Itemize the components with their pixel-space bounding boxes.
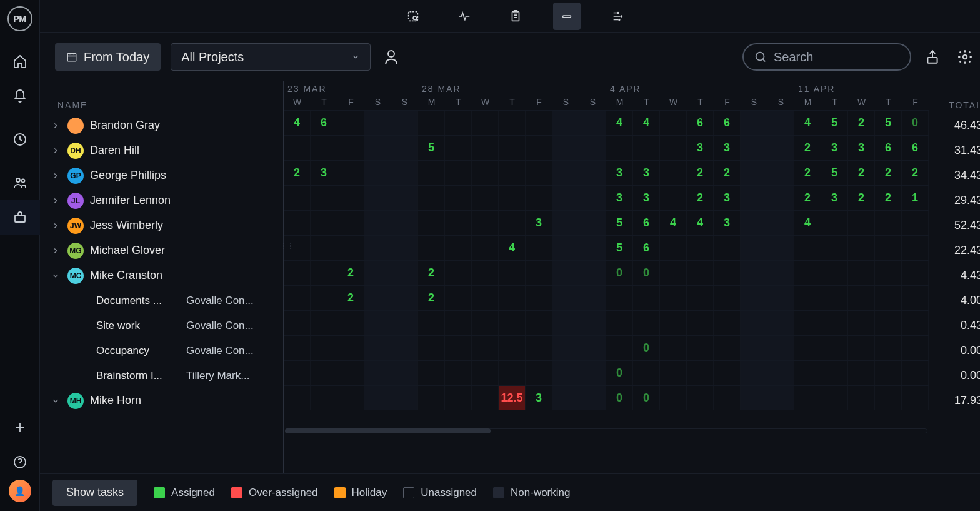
workload-cell[interactable]: [445, 361, 472, 385]
workload-cell[interactable]: [660, 311, 687, 335]
workload-cell[interactable]: [660, 386, 687, 410]
workload-cell[interactable]: [714, 286, 741, 310]
workload-cell[interactable]: 6: [311, 111, 338, 135]
workload-cell[interactable]: [875, 386, 902, 410]
workload-cell[interactable]: [526, 111, 552, 135]
workload-cell[interactable]: [794, 311, 821, 335]
workload-cell[interactable]: [391, 186, 418, 210]
workload-cell[interactable]: [902, 386, 929, 410]
workload-cell[interactable]: [311, 386, 338, 410]
workload-cell[interactable]: [311, 261, 338, 285]
workload-cell[interactable]: [794, 236, 821, 260]
task-row[interactable]: Site workGovalle Con...: [40, 313, 283, 338]
workload-cell[interactable]: [741, 286, 768, 310]
workload-cell[interactable]: [472, 161, 499, 185]
workload-cell[interactable]: [472, 186, 499, 210]
workload-cell[interactable]: [714, 386, 741, 410]
sidebar-help[interactable]: [0, 445, 40, 480]
workload-cell[interactable]: [579, 361, 606, 385]
workload-cell[interactable]: [391, 311, 418, 335]
workload-cell[interactable]: [364, 386, 391, 410]
workload-cell[interactable]: [472, 311, 499, 335]
workload-cell[interactable]: [499, 161, 526, 185]
workload-cell[interactable]: [821, 361, 848, 385]
workload-cell[interactable]: [902, 211, 929, 235]
workload-cell[interactable]: [579, 386, 606, 410]
workload-cell[interactable]: 2: [418, 261, 445, 285]
workload-cell[interactable]: [526, 286, 552, 310]
workload-cell[interactable]: [579, 261, 606, 285]
workload-cell[interactable]: [687, 311, 714, 335]
workload-cell[interactable]: [687, 286, 714, 310]
workload-cell[interactable]: [472, 386, 499, 410]
workload-cell[interactable]: [526, 261, 552, 285]
workload-cell[interactable]: 0: [606, 361, 633, 385]
workload-cell[interactable]: [687, 386, 714, 410]
workload-cell[interactable]: [875, 286, 902, 310]
workload-cell[interactable]: 2: [687, 161, 714, 185]
workload-cell[interactable]: [821, 261, 848, 285]
workload-cell[interactable]: [902, 336, 929, 360]
workload-cell[interactable]: [794, 286, 821, 310]
workload-cell[interactable]: [848, 386, 875, 410]
workload-cell[interactable]: [338, 211, 364, 235]
workload-cell[interactable]: 2: [794, 136, 821, 160]
project-select[interactable]: All Projects: [171, 43, 371, 71]
workload-cell[interactable]: [821, 336, 848, 360]
workload-cell[interactable]: 5: [875, 111, 902, 135]
workload-cell[interactable]: [741, 136, 768, 160]
workload-cell[interactable]: [768, 111, 794, 135]
workload-cell[interactable]: [687, 336, 714, 360]
filter-person-icon[interactable]: [381, 46, 402, 68]
workload-cell[interactable]: 6: [687, 111, 714, 135]
workload-cell[interactable]: [418, 111, 445, 135]
workload-cell[interactable]: [338, 161, 364, 185]
workload-cell[interactable]: [445, 286, 472, 310]
workload-cell[interactable]: [741, 311, 768, 335]
workload-cell[interactable]: [499, 186, 526, 210]
workload-cell[interactable]: [338, 111, 364, 135]
workload-cell[interactable]: [552, 136, 579, 160]
workload-cell[interactable]: [311, 211, 338, 235]
workload-cell[interactable]: [579, 186, 606, 210]
workload-cell[interactable]: [526, 136, 552, 160]
workload-cell[interactable]: 3: [311, 161, 338, 185]
workload-cell[interactable]: [821, 386, 848, 410]
workload-cell[interactable]: [391, 236, 418, 260]
workload-cell[interactable]: [391, 136, 418, 160]
workload-cell[interactable]: 3: [714, 211, 741, 235]
workload-cell[interactable]: [445, 161, 472, 185]
workload-cell[interactable]: 4: [660, 211, 687, 235]
workload-cell[interactable]: [552, 211, 579, 235]
workload-cell[interactable]: [714, 236, 741, 260]
workload-cell[interactable]: [445, 211, 472, 235]
workload-cell[interactable]: [338, 386, 364, 410]
workload-cell[interactable]: [552, 236, 579, 260]
workload-cell[interactable]: [311, 186, 338, 210]
workload-cell[interactable]: [284, 261, 311, 285]
workload-cell[interactable]: [741, 361, 768, 385]
workload-cell[interactable]: [338, 361, 364, 385]
workload-cell[interactable]: [660, 286, 687, 310]
workload-cell[interactable]: [794, 361, 821, 385]
chevron-down-icon[interactable]: [50, 397, 61, 405]
workload-cell[interactable]: [768, 261, 794, 285]
workload-cell[interactable]: [768, 386, 794, 410]
workload-cell[interactable]: [552, 386, 579, 410]
workload-cell[interactable]: [848, 286, 875, 310]
workload-cell[interactable]: [821, 311, 848, 335]
workload-cell[interactable]: [391, 261, 418, 285]
person-row[interactable]: MCMike Cranston: [40, 263, 283, 288]
workload-cell[interactable]: [875, 211, 902, 235]
workload-cell[interactable]: [391, 361, 418, 385]
workload-cell[interactable]: [311, 286, 338, 310]
workload-cell[interactable]: [391, 336, 418, 360]
workload-cell[interactable]: 3: [526, 386, 552, 410]
workload-cell[interactable]: [284, 336, 311, 360]
workload-cell[interactable]: [660, 236, 687, 260]
chevron-down-icon[interactable]: [50, 271, 61, 280]
workload-cell[interactable]: [311, 361, 338, 385]
workload-cell[interactable]: [848, 236, 875, 260]
workload-cell[interactable]: [579, 311, 606, 335]
share-icon[interactable]: [921, 46, 944, 68]
